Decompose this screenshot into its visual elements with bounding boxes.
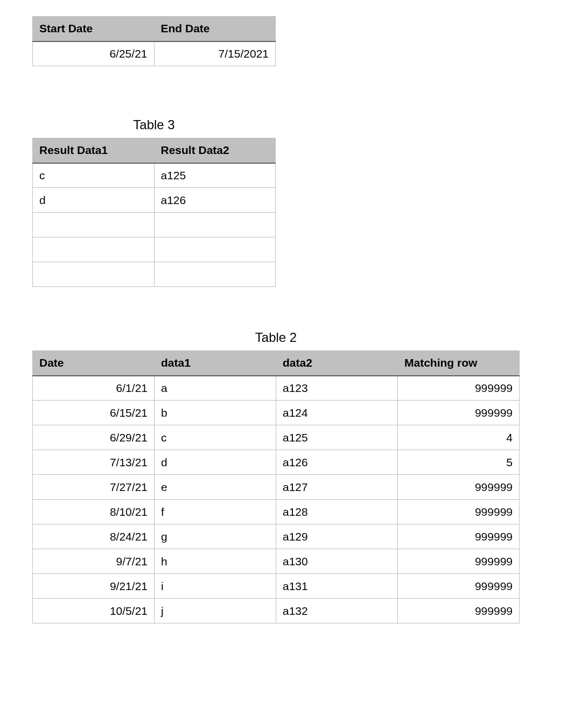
cell-date: 6/15/21 bbox=[33, 401, 155, 425]
table3-title: Table 3 bbox=[32, 117, 276, 132]
cell-result-data2: a126 bbox=[154, 188, 276, 213]
table2-title: Table 2 bbox=[32, 330, 520, 345]
col-header-start-date: Start Date bbox=[33, 17, 155, 41]
cell-data1: h bbox=[155, 549, 276, 574]
cell-data1: f bbox=[155, 500, 276, 524]
cell-matching-row: 5 bbox=[398, 450, 520, 475]
cell-matching-row: 999999 bbox=[398, 524, 520, 549]
result-data-table: Result Data1 Result Data2 c a125 d a126 bbox=[32, 138, 276, 287]
table-row: c a125 bbox=[33, 163, 276, 188]
table-row: 6/29/21 c a125 4 bbox=[33, 425, 520, 450]
table-row: 7/13/21 d a126 5 bbox=[33, 450, 520, 475]
table-header-row: Start Date End Date bbox=[33, 17, 276, 41]
cell-data1: b bbox=[155, 401, 276, 425]
cell-date: 7/27/21 bbox=[33, 475, 155, 500]
data-table: Date data1 data2 Matching row 6/1/21 a a… bbox=[32, 350, 520, 623]
cell-result-data2 bbox=[154, 213, 276, 237]
cell-start-date: 6/25/21 bbox=[33, 41, 155, 66]
col-header-result-data2: Result Data2 bbox=[154, 138, 276, 163]
table2-section: Table 2 Date data1 data2 Matching row 6/… bbox=[32, 330, 588, 625]
cell-data1: a bbox=[155, 376, 276, 401]
cell-date: 8/24/21 bbox=[33, 524, 155, 549]
table-row: 8/10/21 f a128 999999 bbox=[33, 500, 520, 524]
cell-data2: a127 bbox=[276, 475, 398, 500]
cell-result-data2 bbox=[154, 237, 276, 262]
cell-date: 10/5/21 bbox=[33, 599, 155, 623]
cell-matching-row: 999999 bbox=[398, 500, 520, 524]
table-row bbox=[33, 262, 276, 287]
cell-data2: a123 bbox=[276, 376, 398, 401]
cell-matching-row: 999999 bbox=[398, 376, 520, 401]
table-header-row: Result Data1 Result Data2 bbox=[33, 138, 276, 163]
table-header-row: Date data1 data2 Matching row bbox=[33, 351, 520, 376]
cell-matching-row: 999999 bbox=[398, 401, 520, 425]
cell-result-data1: d bbox=[33, 188, 155, 213]
cell-result-data1: c bbox=[33, 163, 155, 188]
cell-data2: a131 bbox=[276, 574, 398, 599]
cell-date: 9/21/21 bbox=[33, 574, 155, 599]
cell-data2: a129 bbox=[276, 524, 398, 549]
cell-matching-row: 999999 bbox=[398, 475, 520, 500]
cell-result-data2 bbox=[154, 262, 276, 287]
col-header-result-data1: Result Data1 bbox=[33, 138, 155, 163]
table3-section: Table 3 Result Data1 Result Data2 c a125… bbox=[32, 117, 588, 287]
cell-result-data1 bbox=[33, 213, 155, 237]
cell-matching-row: 999999 bbox=[398, 599, 520, 623]
table-row: 6/15/21 b a124 999999 bbox=[33, 401, 520, 425]
table-row: 10/5/21 j a132 999999 bbox=[33, 599, 520, 623]
table-row: 9/21/21 i a131 999999 bbox=[33, 574, 520, 599]
table-row: 6/25/21 7/15/2021 bbox=[33, 41, 276, 66]
cell-result-data2: a125 bbox=[154, 163, 276, 188]
cell-result-data1 bbox=[33, 237, 155, 262]
cell-data1: e bbox=[155, 475, 276, 500]
table-row: 9/7/21 h a130 999999 bbox=[33, 549, 520, 574]
col-header-date: Date bbox=[33, 351, 155, 376]
cell-date: 9/7/21 bbox=[33, 549, 155, 574]
cell-data2: a126 bbox=[276, 450, 398, 475]
cell-date: 8/10/21 bbox=[33, 500, 155, 524]
table-row bbox=[33, 213, 276, 237]
table1-section: Start Date End Date 6/25/21 7/15/2021 bbox=[32, 16, 588, 66]
table-row: d a126 bbox=[33, 188, 276, 213]
cell-date: 6/1/21 bbox=[33, 376, 155, 401]
cell-end-date: 7/15/2021 bbox=[154, 41, 276, 66]
cell-date: 6/29/21 bbox=[33, 425, 155, 450]
cell-data1: d bbox=[155, 450, 276, 475]
cell-data1: i bbox=[155, 574, 276, 599]
table-row: 8/24/21 g a129 999999 bbox=[33, 524, 520, 549]
col-header-data1: data1 bbox=[155, 351, 276, 376]
cell-data2: a128 bbox=[276, 500, 398, 524]
cell-data1: g bbox=[155, 524, 276, 549]
table2-viewport: Date data1 data2 Matching row 6/1/21 a a… bbox=[32, 350, 588, 625]
cell-data2: a125 bbox=[276, 425, 398, 450]
cell-data1: j bbox=[155, 599, 276, 623]
cell-data2: a124 bbox=[276, 401, 398, 425]
table-row: 7/27/21 e a127 999999 bbox=[33, 475, 520, 500]
cell-matching-row: 4 bbox=[398, 425, 520, 450]
cell-matching-row: 999999 bbox=[398, 549, 520, 574]
col-header-end-date: End Date bbox=[154, 17, 276, 41]
date-range-table: Start Date End Date 6/25/21 7/15/2021 bbox=[32, 16, 276, 66]
col-header-matching-row: Matching row bbox=[398, 351, 520, 376]
cell-data2: a132 bbox=[276, 599, 398, 623]
cell-result-data1 bbox=[33, 262, 155, 287]
table-row bbox=[33, 237, 276, 262]
cell-date: 7/13/21 bbox=[33, 450, 155, 475]
table-row: 6/1/21 a a123 999999 bbox=[33, 376, 520, 401]
cell-matching-row: 999999 bbox=[398, 574, 520, 599]
cell-data1: c bbox=[155, 425, 276, 450]
col-header-data2: data2 bbox=[276, 351, 398, 376]
cell-data2: a130 bbox=[276, 549, 398, 574]
